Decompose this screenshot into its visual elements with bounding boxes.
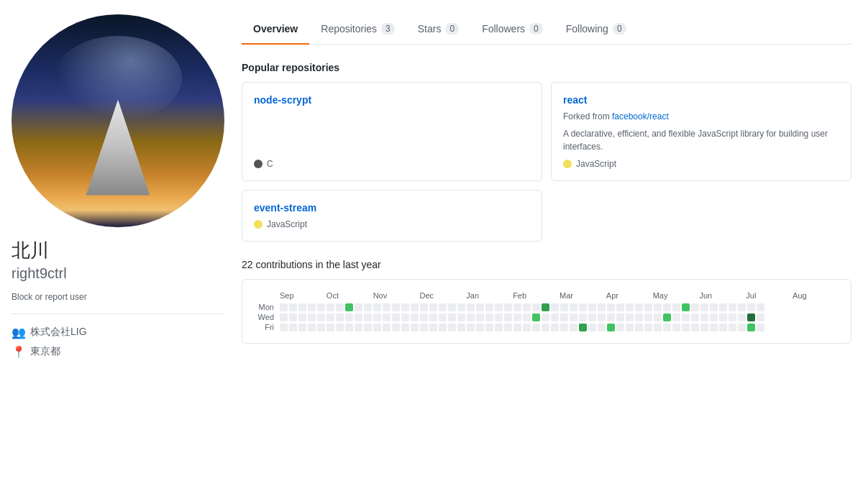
graph-row-Fri: Fri: [254, 323, 839, 331]
cell-Wed-5: [327, 313, 334, 321]
repo-desc-1: A declarative, efficient, and flexible J…: [563, 127, 839, 153]
cell-Wed-18: [448, 313, 456, 321]
cell-Wed-33: [588, 313, 596, 321]
repo-fork-1: Forked from facebook/react: [563, 111, 839, 122]
repo-name-2[interactable]: event-stream: [254, 202, 530, 214]
tab-overview[interactable]: Overview: [242, 14, 309, 45]
cell-Fri-23: [495, 324, 503, 331]
month-label-Nov: Nov: [373, 291, 420, 300]
cell-Mon-26: [523, 303, 531, 311]
month-label-Aug: Aug: [793, 291, 839, 300]
cell-Fri-29: [551, 324, 559, 331]
cell-Fri-39: [644, 324, 652, 331]
repo-name-1[interactable]: react: [563, 94, 839, 106]
month-label-Apr: Apr: [606, 291, 653, 300]
graph-rows: MonWedFri: [254, 303, 839, 331]
cell-Fri-27: [532, 324, 540, 331]
cell-Wed-49: [738, 313, 746, 321]
tab-repositories-label: Repositories: [321, 23, 377, 35]
cell-Fri-35: [607, 324, 615, 331]
tab-stars[interactable]: Stars0: [406, 14, 470, 45]
cell-Mon-2: [298, 303, 306, 311]
day-cells-Fri: [280, 324, 839, 331]
cell-Fri-17: [439, 324, 447, 331]
cell-Fri-21: [476, 324, 484, 331]
graph-row-Mon: Mon: [254, 303, 839, 311]
cell-Mon-8: [355, 303, 362, 311]
cell-Wed-19: [457, 313, 465, 321]
cell-Mon-33: [588, 303, 596, 311]
cell-Fri-36: [616, 324, 624, 331]
repo-name-0[interactable]: node-scrypt: [254, 94, 530, 106]
cell-Mon-44: [691, 303, 699, 311]
fork-source-link-1[interactable]: facebook/react: [612, 111, 669, 122]
cell-Fri-28: [542, 324, 549, 331]
repo-card-1: reactForked from facebook/reactA declara…: [551, 82, 851, 181]
cell-Fri-26: [523, 324, 531, 331]
cell-Fri-45: [700, 324, 708, 331]
cell-Wed-6: [336, 313, 344, 321]
contribution-graph: SepOctNovDecJanFebMarAprMayJunJulAug Mon…: [242, 279, 851, 344]
month-label-Mar: Mar: [560, 291, 606, 300]
month-label-Jan: Jan: [466, 291, 513, 300]
cell-Fri-37: [626, 324, 634, 331]
cell-Mon-24: [504, 303, 512, 311]
location-icon: 📍: [12, 345, 26, 359]
cell-Fri-19: [457, 324, 465, 331]
cell-Mon-22: [485, 303, 493, 311]
cell-Mon-43: [682, 303, 690, 311]
tab-repositories[interactable]: Repositories3: [309, 14, 406, 45]
cell-Mon-31: [570, 303, 577, 311]
cell-Fri-9: [364, 324, 372, 331]
cell-Wed-35: [607, 313, 615, 321]
cell-Wed-11: [383, 313, 391, 321]
cell-Wed-46: [710, 313, 718, 321]
cell-Fri-48: [729, 324, 736, 331]
cell-Fri-4: [317, 324, 325, 331]
cell-Mon-23: [495, 303, 503, 311]
cell-Fri-44: [691, 324, 699, 331]
cell-Fri-31: [570, 324, 577, 331]
day-cells-Mon: [280, 303, 839, 311]
cell-Wed-7: [345, 313, 353, 321]
cell-Mon-49: [738, 303, 746, 311]
cell-Fri-50: [747, 324, 755, 331]
cell-Mon-5: [327, 303, 334, 311]
popular-repos-title: Popular repositories: [242, 62, 851, 73]
cell-Fri-2: [298, 324, 306, 331]
cell-Fri-10: [373, 324, 381, 331]
cell-Wed-20: [467, 313, 475, 321]
cell-Wed-45: [700, 313, 708, 321]
cell-Wed-50: [747, 313, 755, 321]
cell-Mon-6: [336, 303, 344, 311]
cell-Fri-5: [327, 324, 334, 331]
tab-stars-count: 0: [445, 23, 459, 35]
cell-Wed-29: [551, 313, 559, 321]
cell-Fri-22: [485, 324, 493, 331]
cell-Wed-25: [513, 313, 521, 321]
cell-Wed-17: [439, 313, 447, 321]
graph-container: SepOctNovDecJanFebMarAprMayJunJulAug Mon…: [254, 291, 839, 331]
month-label-May: May: [653, 291, 700, 300]
block-report-link[interactable]: Block or report user: [12, 292, 87, 302]
cell-Mon-1: [289, 303, 297, 311]
repo-card-0: node-scrypt C: [242, 82, 542, 181]
cell-Fri-38: [635, 324, 643, 331]
cell-Wed-48: [729, 313, 736, 321]
cell-Fri-30: [560, 324, 568, 331]
day-label-Wed: Wed: [254, 313, 280, 321]
day-label-Mon: Mon: [254, 303, 280, 311]
cell-Fri-11: [383, 324, 391, 331]
meta-location: 📍東京都: [12, 345, 224, 359]
cell-Mon-34: [598, 303, 606, 311]
tab-following[interactable]: Following0: [554, 14, 638, 45]
cell-Mon-14: [411, 303, 419, 311]
cell-Wed-44: [691, 313, 699, 321]
tab-followers[interactable]: Followers0: [470, 14, 554, 45]
cell-Mon-25: [513, 303, 521, 311]
month-label-Sep: Sep: [280, 291, 327, 300]
cell-Wed-0: [280, 313, 288, 321]
cell-Fri-8: [355, 324, 362, 331]
month-labels: SepOctNovDecJanFebMarAprMayJunJulAug: [280, 291, 839, 300]
cell-Wed-34: [598, 313, 606, 321]
